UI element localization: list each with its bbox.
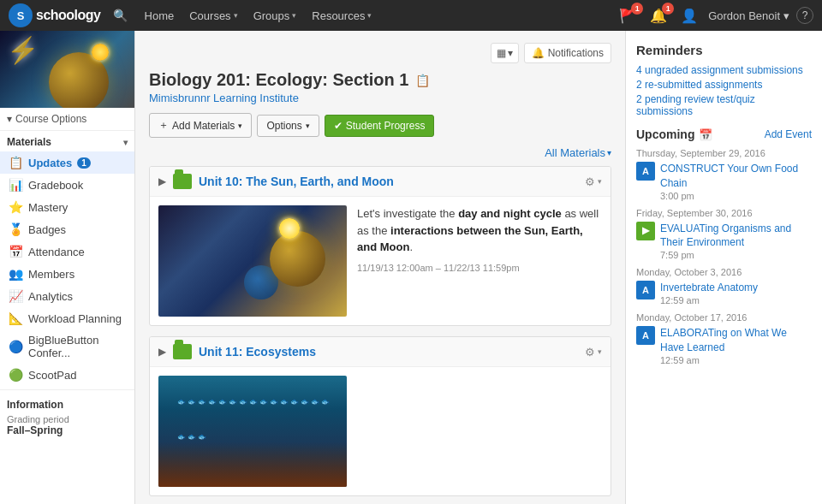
sidebar-item-gradebook[interactable]: 📊 Gradebook: [0, 174, 134, 196]
course-institution[interactable]: Mimisbrunnr Learning Institute: [149, 92, 611, 104]
assignment-icon-1: A: [636, 162, 655, 181]
unit-card-11: ▶ Unit 11: Ecosystems ⚙ ▾ 🐟🐟🐟: [149, 336, 611, 496]
user-name-btn[interactable]: Gordon Benoit ▾: [708, 9, 789, 22]
fish-swarm: 🐟🐟🐟 🐟🐟🐟 🐟🐟🐟 🐟🐟🐟 🐟🐟🐟 🐟🐟🐟: [177, 398, 331, 466]
lightning-icon: ⚡: [7, 35, 39, 65]
sidebar-item-members[interactable]: 👥 Members: [0, 263, 134, 285]
unit-10-header[interactable]: ▶ Unit 10: The Sun, Earth, and Moon ⚙ ▾: [150, 167, 611, 197]
notifications-btn[interactable]: 🔔 Notifications: [524, 43, 611, 63]
nav-courses[interactable]: Courses ▾: [182, 6, 244, 26]
all-materials-row: All Materials ▾: [149, 146, 611, 159]
sidebar-item-analytics[interactable]: 📈 Analytics: [0, 285, 134, 307]
workload-icon: 📐: [9, 311, 23, 325]
unit-10-image: [158, 205, 347, 317]
event-time-4: 12:59 am: [660, 355, 812, 365]
flag-notification-btn[interactable]: 🚩 1: [616, 4, 640, 27]
bell-icon: 🔔: [532, 47, 545, 59]
expand-icon[interactable]: ▶: [158, 175, 166, 187]
sidebar-item-badges[interactable]: 🏅 Badges: [0, 218, 134, 240]
event-title-1[interactable]: CONSTRUCT Your Own Food Chain: [660, 162, 812, 191]
event-item-2[interactable]: ▶ EVALUATing Organisms and Their Environ…: [636, 222, 812, 261]
reminder-resubmitted[interactable]: 2 re-submitted assignments: [636, 79, 812, 91]
event-item-4[interactable]: A ELABORATing on What We Have Learned 12…: [636, 326, 812, 365]
add-event-link[interactable]: Add Event: [765, 128, 812, 140]
reminder-ungraded[interactable]: 4 ungraded assignment submissions: [636, 64, 812, 76]
chevron-down-icon: ▾: [306, 122, 310, 130]
checkmark-icon: ✔: [334, 120, 342, 132]
date-header-2: Friday, September 30, 2016: [636, 208, 812, 218]
edit-icon[interactable]: 📋: [415, 74, 430, 87]
sidebar-info-section: Information Grading period Fall–Spring: [0, 389, 134, 445]
nav-home[interactable]: Home: [138, 6, 182, 26]
unit-11-image: 🐟🐟🐟 🐟🐟🐟 🐟🐟🐟 🐟🐟🐟 🐟🐟🐟 🐟🐟🐟: [158, 376, 347, 487]
unit-11-image-graphic: 🐟🐟🐟 🐟🐟🐟 🐟🐟🐟 🐟🐟🐟 🐟🐟🐟 🐟🐟🐟: [158, 376, 347, 487]
event-item-3[interactable]: A Invertebrate Anatomy 12:59 am: [636, 281, 812, 305]
event-time-2: 7:59 pm: [660, 250, 812, 260]
nav-links: Home Courses ▾ Groups ▾ Resources ▾: [138, 6, 611, 26]
unit-settings-btn[interactable]: ⚙ ▾: [585, 346, 602, 359]
chevron-down-icon: ▾: [598, 347, 602, 356]
event-info-3: Invertebrate Anatomy 12:59 am: [660, 281, 812, 305]
all-materials-link[interactable]: All Materials ▾: [545, 146, 611, 159]
search-icon[interactable]: 🔍: [113, 9, 128, 22]
sidebar-section-materials: Materials ▾: [0, 131, 134, 151]
chevron-down-icon: ▾: [7, 113, 12, 125]
view-selector-btn[interactable]: ▦ ▾: [491, 43, 519, 63]
reef-graphic: 🐟🐟🐟 🐟🐟🐟 🐟🐟🐟 🐟🐟🐟 🐟🐟🐟 🐟🐟🐟: [158, 376, 347, 487]
mastery-icon: ⭐: [9, 200, 23, 214]
nav-groups[interactable]: Groups ▾: [247, 6, 304, 26]
unit-settings-btn[interactable]: ⚙ ▾: [585, 175, 602, 188]
sun-graphic: [279, 218, 300, 239]
event-item-1[interactable]: A CONSTRUCT Your Own Food Chain 3:00 pm: [636, 162, 812, 201]
nav-resources[interactable]: Resources ▾: [305, 6, 378, 26]
right-sidebar: Reminders 4 ungraded assignment submissi…: [625, 31, 822, 504]
updates-icon: 📋: [9, 156, 23, 169]
unit-card-10: ▶ Unit 10: The Sun, Earth, and Moon ⚙ ▾ …: [149, 166, 611, 326]
help-btn[interactable]: ?: [796, 7, 813, 24]
scootpad-icon: 🟢: [9, 368, 23, 382]
event-title-4[interactable]: ELABORATing on What We Have Learned: [660, 326, 812, 355]
members-icon: 👥: [9, 267, 23, 281]
chevron-down-icon: ▾: [238, 122, 242, 130]
nav-right: 🚩 1 🔔 1 👤 Gordon Benoit ▾ ?: [616, 4, 813, 27]
chevron-down-icon: ▾: [367, 11, 372, 20]
options-btn[interactable]: Options ▾: [257, 115, 319, 137]
main-content: ▦ ▾ 🔔 Notifications Biology 201: Ecology…: [135, 31, 625, 504]
media-icon-2: ▶: [636, 222, 655, 240]
user-avatar-btn[interactable]: 👤: [677, 4, 701, 27]
sidebar-item-attendance[interactable]: 📅 Attendance: [0, 240, 134, 263]
moon-graphic: [270, 231, 325, 287]
sidebar-item-mastery[interactable]: ⭐ Mastery: [0, 196, 134, 218]
unit-10-title[interactable]: Unit 10: The Sun, Earth, and Moon: [199, 175, 578, 188]
page-title: Biology 201: Ecology: Section 1: [149, 70, 408, 90]
reminder-pending-review[interactable]: 2 pending review test/quiz submissions: [636, 93, 812, 117]
sidebar-item-updates[interactable]: 📋 Updates 1: [0, 151, 134, 174]
toolbar: ＋ Add Materials ▾ Options ▾ ✔ Student Pr…: [149, 113, 611, 138]
sidebar-item-scootpad[interactable]: 🟢 ScootPad: [0, 364, 134, 386]
sidebar-item-workload[interactable]: 📐 Workload Planning: [0, 307, 134, 329]
event-title-2[interactable]: EVALUATing Organisms and Their Environme…: [660, 222, 812, 251]
add-materials-btn[interactable]: ＋ Add Materials ▾: [149, 113, 252, 138]
plus-icon: ＋: [158, 118, 169, 133]
chevron-down-icon: ▾: [123, 138, 128, 147]
unit-11-title[interactable]: Unit 11: Ecosystems: [199, 345, 578, 359]
unit-10-date: 11/19/13 12:00am – 11/22/13 11:59pm: [357, 261, 602, 284]
folder-icon: [173, 344, 192, 359]
bell-notification-btn[interactable]: 🔔 1: [646, 4, 670, 27]
assignment-icon-3: A: [636, 281, 655, 299]
logo[interactable]: S schoology: [9, 3, 101, 27]
chevron-down-icon: ▾: [234, 11, 238, 20]
chevron-down-icon: ▾: [598, 177, 602, 186]
event-title-3[interactable]: Invertebrate Anatomy: [660, 281, 812, 295]
course-options-toggle[interactable]: ▾ Course Options: [0, 108, 134, 131]
app-layout: ⚡ ▾ Course Options Materials ▾ 📋 Updates…: [0, 31, 822, 504]
sidebar-item-bigbluebutton[interactable]: 🔵 BigBlueButton Confer...: [0, 329, 134, 364]
expand-icon[interactable]: ▶: [158, 346, 166, 358]
chevron-down-icon: ▾: [607, 148, 611, 157]
student-progress-btn[interactable]: ✔ Student Progress: [325, 115, 435, 137]
bigbluebutton-icon: 🔵: [9, 340, 23, 353]
unit-11-header[interactable]: ▶ Unit 11: Ecosystems ⚙ ▾: [150, 337, 611, 367]
chevron-down-icon: ▾: [292, 11, 296, 20]
attendance-icon: 📅: [9, 245, 23, 258]
event-time-1: 3:00 pm: [660, 191, 812, 201]
